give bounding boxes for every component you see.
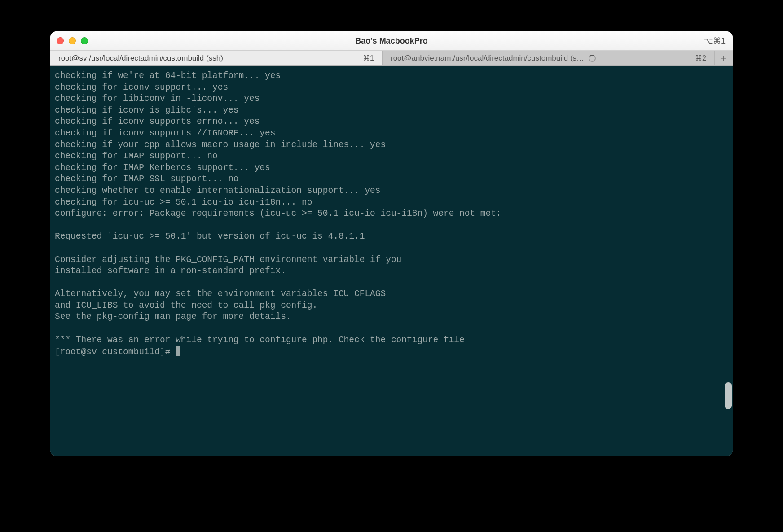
tab-label: root@sv:/usr/local/directadmin/custombui… [58,54,223,63]
tab-1[interactable]: root@sv:/usr/local/directadmin/custombui… [50,51,383,65]
terminal-line [55,277,728,289]
tab-shortcut: ⌘1 [363,54,374,62]
terminal-line: configure: error: Package requirements (… [55,208,728,220]
terminal-line: checking whether to enable international… [55,185,728,197]
terminal-line [55,243,728,254]
minimize-icon[interactable] [69,37,76,44]
new-tab-button[interactable]: + [715,51,733,65]
terminal-line: checking for iconv support... yes [55,82,728,94]
terminal-line [55,323,728,335]
window-shortcut: ⌥⌘1 [704,36,726,46]
loading-spinner-icon [589,55,596,62]
terminal-area[interactable]: checking if we're at 64-bit platform... … [50,66,733,456]
window-title: Bao's MacbookPro [50,36,733,46]
terminal-line: Consider adjusting the PKG_CONFIG_PATH e… [55,254,728,266]
terminal-line: *** There was an error while trying to c… [55,335,728,346]
terminal-line: checking if iconv supports //IGNORE... y… [55,128,728,140]
terminal-line: checking for IMAP support... no [55,151,728,162]
terminal-line: and ICU_LIBS to avoid the need to call p… [55,300,728,312]
terminal-line: checking if your cpp allows macro usage … [55,140,728,151]
close-icon[interactable] [57,37,64,44]
traffic-lights [57,37,88,44]
terminal-line: checking for libiconv in -liconv... yes [55,93,728,105]
terminal-prompt[interactable]: [root@sv custombuild]# [55,346,728,358]
zoom-icon[interactable] [81,37,88,44]
scrollbar-thumb[interactable] [725,382,732,409]
terminal-line: checking if iconv supports errno... yes [55,116,728,128]
tab-shortcut: ⌘2 [695,54,706,62]
terminal-output[interactable]: checking if we're at 64-bit platform... … [50,66,733,456]
terminal-line: checking for IMAP SSL support... no [55,174,728,185]
terminal-line: installed software in a non-standard pre… [55,266,728,277]
terminal-line: checking if iconv is glibc's... yes [55,105,728,117]
titlebar: Bao's MacbookPro ⌥⌘1 [50,31,733,51]
terminal-line: checking for icu-uc >= 50.1 icu-io icu-i… [55,197,728,209]
terminal-line [55,220,728,231]
tabbar: root@sv:/usr/local/directadmin/custombui… [50,51,733,66]
tab-2[interactable]: root@anbvietnam:/usr/local/directadmin/c… [383,51,715,65]
cursor-icon [176,346,180,356]
terminal-line: See the pkg-config man page for more det… [55,311,728,323]
terminal-line: Alternatively, you may set the environme… [55,288,728,300]
terminal-line: checking if we're at 64-bit platform... … [55,70,728,82]
terminal-window: Bao's MacbookPro ⌥⌘1 root@sv:/usr/local/… [50,31,733,456]
tab-label: root@anbvietnam:/usr/local/directadmin/c… [391,54,584,63]
terminal-line: Requested 'icu-uc >= 50.1' but version o… [55,231,728,243]
terminal-line: checking for IMAP Kerberos support... ye… [55,162,728,174]
